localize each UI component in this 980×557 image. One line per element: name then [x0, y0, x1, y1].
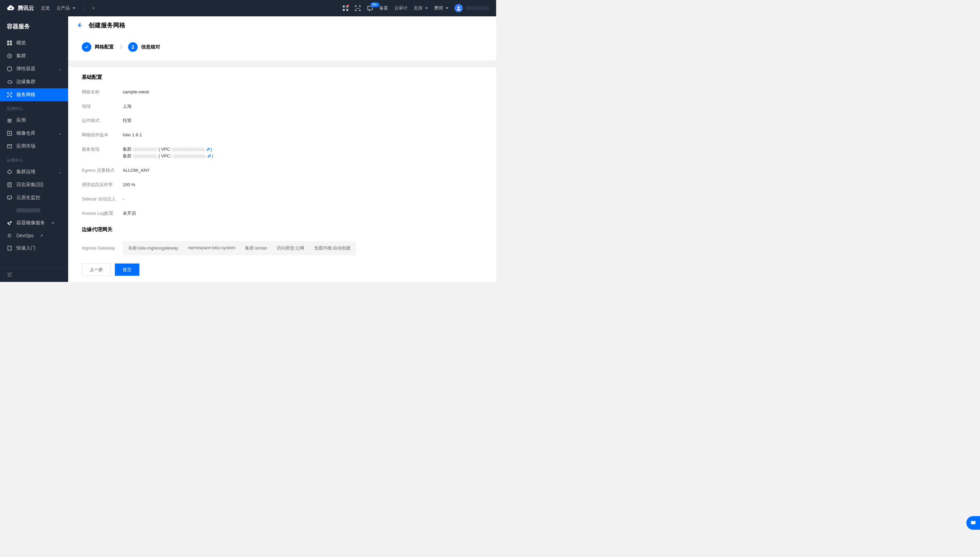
cloud-icon [7, 4, 15, 12]
nav-separator [83, 5, 84, 11]
step-number: 2 [128, 42, 138, 52]
svg-rect-28 [8, 273, 12, 274]
field-region: 地域 上海 [82, 103, 483, 110]
sidebar-item-quickstart[interactable]: 快速入门 [0, 242, 68, 255]
submit-button[interactable]: 提交 [115, 264, 139, 276]
message-icon[interactable]: 99+ [367, 5, 373, 11]
field-value: Istio 1.8.1 [123, 132, 142, 138]
svg-rect-23 [8, 196, 11, 199]
redacted-text: xxxxxxxxxxxxxxx [171, 146, 205, 153]
message-badge: 99+ [371, 2, 380, 7]
gateway-namespace: namespace:istio-system [188, 245, 235, 251]
sidebar-label: 集群 [16, 53, 26, 59]
back-arrow-icon[interactable] [76, 22, 83, 29]
field-label: 网格名称 [82, 89, 123, 95]
sidebar-item-mesh[interactable]: 服务网格 [0, 88, 68, 101]
sidebar-item-monitor[interactable]: 云原生监控 [0, 191, 68, 204]
step-label: 网格配置 [95, 44, 114, 50]
cluster-icon [7, 53, 12, 59]
chevron-right-icon [119, 44, 123, 50]
nav-support[interactable]: 支持 [414, 5, 428, 11]
grid-icon[interactable] [343, 5, 349, 11]
brand-text: 腾讯云 [18, 5, 34, 12]
sidebar-item-log[interactable]: 日志采集(旧) [0, 178, 68, 191]
sidebar-item-edge[interactable]: 边缘集群 [0, 75, 68, 88]
nav-billing[interactable]: 费用 [434, 5, 449, 11]
monitor-icon [7, 195, 12, 200]
svg-point-21 [8, 170, 11, 174]
field-label: Sidecar 自动注入 [82, 195, 123, 202]
sidebar-item-image-repo[interactable]: 镜像仓库 ⌄ [0, 127, 68, 140]
sidebar-item-cluster[interactable]: 集群 [0, 49, 68, 62]
mesh-icon [7, 92, 12, 98]
external-link-icon[interactable]: ) [207, 153, 213, 160]
user-name-placeholder [465, 7, 489, 10]
field-value: - [123, 195, 124, 202]
main-content: 创建服务网格 网格配置 2 信息核对 [68, 16, 496, 282]
svg-rect-3 [346, 9, 348, 11]
sidebar-label: 容器镜像服务 [16, 220, 45, 226]
sidebar-label-blurred [16, 208, 40, 212]
sidebar-label: 镜像仓库 [16, 130, 36, 136]
gateway-summary-box: 名称:istio-ingressgateway namespace:istio-… [123, 241, 356, 255]
field-value: ALLOW_ANY [123, 167, 150, 174]
sidebar-item-tcr[interactable]: 容器镜像服务 ↗ [0, 217, 68, 230]
placeholder-icon [7, 208, 12, 213]
top-nav: 腾讯云 总览 云产品 + 99+ 备案 云审计 支持 费用 [0, 0, 496, 16]
nav-audit[interactable]: 云审计 [394, 5, 408, 11]
sidebar-item-elastic[interactable]: 弹性容器 ⌄ [0, 62, 68, 75]
svg-rect-29 [8, 274, 11, 275]
sidebar: 容器服务 概览 集群 弹性容器 ⌄ 边缘集群 服务网格 应用中心 应用 [0, 16, 68, 282]
field-value: 未开启 [123, 210, 136, 217]
sidebar-label: 应用市场 [16, 143, 36, 149]
chevron-down-icon: ⌄ [59, 67, 61, 71]
image-repo-icon [7, 130, 12, 136]
step-label: 信息核对 [141, 44, 160, 50]
step-1[interactable]: 网格配置 [82, 42, 114, 52]
sidebar-item-devops[interactable]: DevOps ↗ [0, 230, 68, 242]
scan-icon[interactable] [355, 5, 361, 11]
gateway-lb: 负载均衡:自动创建 [314, 245, 351, 251]
log-icon [7, 182, 12, 187]
svg-rect-5 [7, 41, 9, 42]
svg-rect-17 [8, 122, 11, 122]
sidebar-item-hidden[interactable] [0, 204, 68, 217]
nav-icp[interactable]: 备案 [379, 5, 388, 11]
sidebar-item-cluster-ops[interactable]: 集群运维 ⌄ [0, 165, 68, 178]
sidebar-label: DevOps [16, 233, 34, 238]
field-trace: 调用追踪采样率 100 % [82, 181, 483, 188]
sidebar-label: 应用 [16, 117, 26, 124]
collapse-sidebar-icon[interactable] [7, 273, 13, 278]
step-2[interactable]: 2 信息核对 [128, 42, 160, 52]
svg-rect-15 [8, 119, 11, 120]
sidebar-item-overview[interactable]: 概览 [0, 36, 68, 49]
field-ingress-gateway: Ingress Gateway 名称:istio-ingressgateway … [82, 241, 483, 255]
nav-products[interactable]: 云产品 [57, 5, 75, 11]
field-sidecar: Sidecar 自动注入 - [82, 195, 483, 202]
sidebar-label: 服务网格 [16, 92, 36, 98]
page-header: 创建服务网格 [68, 16, 496, 34]
svg-rect-2 [343, 9, 345, 11]
field-discovery: 服务发现 集群 xxxxxxxxxxx | VPC xxxxxxxxxxxxxx… [82, 146, 483, 160]
ops-icon [7, 169, 12, 174]
sidebar-item-market[interactable]: 应用市场 [0, 140, 68, 153]
sidebar-group-app: 应用中心 [0, 101, 68, 114]
brand-logo[interactable]: 腾讯云 [7, 4, 34, 12]
external-link-icon: ↗ [40, 233, 43, 238]
field-value: 100 % [123, 181, 135, 188]
external-link-icon[interactable]: ) [206, 146, 212, 153]
field-label: Egress 流量模式 [82, 167, 123, 174]
wizard-steps: 网格配置 2 信息核对 [68, 34, 496, 60]
nav-add-icon[interactable]: + [92, 5, 95, 11]
sidebar-label: 集群运维 [16, 169, 36, 175]
svg-rect-16 [8, 121, 11, 121]
prev-button[interactable]: 上一步 [82, 264, 111, 276]
book-icon [7, 246, 12, 251]
notification-dot [347, 5, 349, 7]
grid-icon [7, 40, 12, 46]
field-value: 托管 [123, 117, 132, 124]
chevron-down-icon: ⌄ [59, 132, 61, 135]
nav-overview[interactable]: 总览 [41, 5, 50, 11]
sidebar-item-app[interactable]: 应用 [0, 114, 68, 127]
user-menu[interactable] [455, 4, 489, 12]
